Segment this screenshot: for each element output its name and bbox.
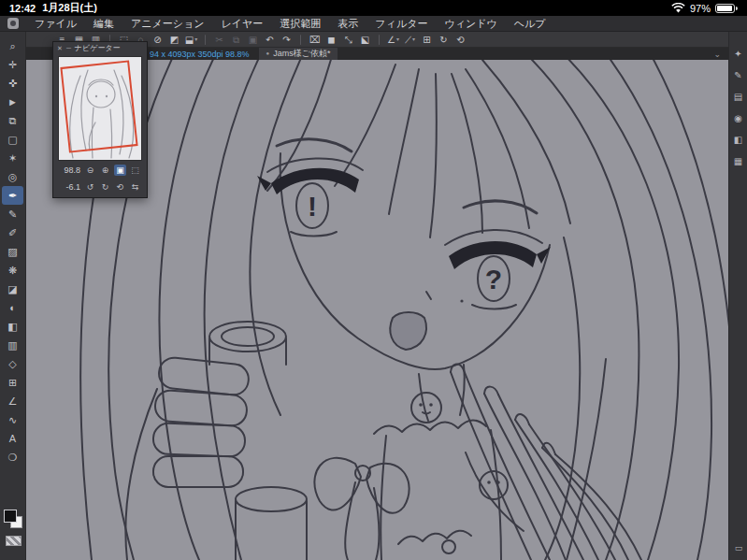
hand-tool[interactable]: ✜ (2, 74, 23, 93)
redo-icon[interactable]: ↷ (279, 33, 294, 47)
paste-icon[interactable]: ▣ (245, 33, 261, 47)
clip-studio-logo[interactable] (7, 18, 19, 29)
menu-file[interactable]: ファイル (26, 17, 85, 31)
edge-keyboard-icon[interactable]: ▭ (729, 543, 747, 553)
clock: 12:42 (9, 3, 36, 14)
decoration-tool[interactable]: ❋ (2, 261, 23, 280)
tab-modified-dot: ● (266, 48, 270, 60)
deselect-icon[interactable]: ⊘ (150, 33, 165, 47)
gradient-tool[interactable]: ▥ (2, 336, 23, 354)
eyedropper-tool[interactable]: ◎ (2, 167, 23, 186)
copy-icon[interactable]: ⧉ (228, 33, 244, 47)
undo-icon[interactable]: ↶ (262, 33, 278, 47)
eraser-tool[interactable]: ◪ (2, 280, 23, 298)
brush-size-panel-icon[interactable]: ◉ (734, 113, 742, 123)
battery-nub (736, 7, 738, 10)
zoom-in-icon[interactable]: ⊕ (99, 165, 111, 176)
battery-icon (715, 4, 735, 13)
rotation-controls: ↺↻⟲⇆ (84, 181, 141, 193)
color-swatches (0, 508, 26, 553)
snap-grid-icon[interactable]: ⊞ (419, 33, 435, 47)
main-color-swatch[interactable] (4, 510, 17, 523)
wifi-icon (671, 3, 685, 13)
frame-border-tool[interactable]: ⊞ (2, 373, 23, 392)
airbrush-tool[interactable]: ▨ (2, 242, 23, 261)
zoom-value: 98.8 (58, 165, 80, 175)
layer-move-tool[interactable]: ⧉ (2, 111, 23, 130)
ipad-status-bar: 12:42 1月28日(土) 97% (0, 0, 747, 16)
actual-size-button[interactable]: ⬚ (129, 165, 141, 176)
text-tool[interactable]: A (2, 429, 23, 448)
correct-line-tool[interactable]: ∿ (2, 410, 23, 429)
selection-launcher-icon[interactable]: ⬓ (183, 33, 199, 47)
fill-color-icon[interactable]: ◼ (323, 33, 339, 47)
zoom-out-icon[interactable]: ⊖ (84, 165, 96, 176)
navigator-panel: ✕ ─ ナビゲーター (52, 41, 148, 198)
menu-selection[interactable]: 選択範囲 (271, 17, 329, 31)
menu-help[interactable]: ヘルプ (506, 17, 554, 31)
separator (205, 35, 206, 45)
reset-view-icon[interactable]: ⟲ (453, 33, 468, 47)
navigator-view-rectangle[interactable] (60, 60, 137, 152)
pencil-tool[interactable]: ✎ (2, 205, 23, 223)
menu-layer[interactable]: レイヤー (213, 17, 272, 31)
navigator-title: ナビゲーター (75, 43, 121, 53)
zoom-controls: ⊖⊕▣⬚ (84, 165, 141, 176)
color-panel-icon[interactable]: ◧ (734, 135, 742, 145)
minimize-icon[interactable]: ─ (66, 45, 71, 51)
left-eye-symbol: ! (308, 191, 317, 222)
brush-tool[interactable]: ✐ (2, 223, 23, 242)
blend-tool[interactable]: ◐ (2, 298, 23, 317)
navigator-rotation-row: -6.1 ↺↻⟲⇆ (53, 179, 147, 194)
reset-rotation-icon[interactable]: ⟲ (114, 181, 126, 193)
sub-tool-panel-icon[interactable]: ✎ (734, 70, 741, 80)
tool-bar: ⌕✛✜►⧉▢✶◎✒✎✐▨❋◪◐◧▥◇⊞∠∿A❍ (0, 32, 26, 560)
fit-to-screen-button[interactable]: ▣ (114, 165, 126, 176)
layer-panel-icon[interactable]: ▦ (734, 156, 742, 166)
rotate-left-icon[interactable]: ↺ (84, 181, 96, 193)
ruler-tool[interactable]: ∠ (2, 392, 23, 410)
selection-tool[interactable]: ▢ (2, 130, 23, 149)
menu-edit[interactable]: 編集 (85, 17, 122, 31)
navigator-thumbnail[interactable] (58, 56, 142, 161)
quick-access-panel-icon[interactable]: ✦ (734, 49, 741, 59)
free-transform-icon[interactable]: ⬕ (357, 33, 373, 47)
document-tab[interactable]: ● Jams様ご依頼* (259, 48, 338, 60)
clear-icon[interactable]: ⌧ (307, 33, 323, 47)
rotation-value: -6.1 (58, 182, 80, 192)
auto-select-tool[interactable]: ✶ (2, 149, 23, 167)
snap-special-ruler-icon[interactable]: ⟋ (402, 33, 418, 47)
scale-rotate-icon[interactable]: ⤡ (340, 33, 356, 47)
figure-tool[interactable]: ◇ (2, 354, 23, 373)
separator (379, 35, 380, 45)
cut-icon[interactable]: ✂ (211, 33, 227, 47)
tool-property-panel-icon[interactable]: ▤ (734, 92, 742, 102)
snap-ruler-icon[interactable]: ∠ (385, 33, 401, 47)
canvas-info[interactable]: 94 x 4093px 350dpi 98.8% (150, 50, 250, 59)
view-rotate-icon[interactable]: ↻ (436, 33, 452, 47)
menu-view[interactable]: 表示 (329, 17, 366, 31)
fill-tool[interactable]: ◧ (2, 317, 23, 336)
rotate-right-icon[interactable]: ↻ (99, 181, 111, 193)
zoom-tool[interactable]: ⌕ (2, 36, 23, 55)
menu-items: ファイル編集アニメーションレイヤー選択範囲表示フィルターウィンドウヘルプ (26, 17, 553, 31)
invert-selection-icon[interactable]: ◩ (166, 33, 182, 47)
date: 1月28日(土) (42, 1, 97, 15)
battery-percent: 97% (690, 3, 711, 14)
object-tool[interactable]: ► (2, 93, 23, 111)
transparent-color-swatch[interactable] (6, 536, 22, 546)
collapse-tabbar-icon[interactable]: ⌄ (713, 50, 721, 59)
pen-tool[interactable]: ✒ (2, 186, 23, 205)
menu-window[interactable]: ウィンドウ (436, 17, 505, 31)
panel-sidebar: ✦✎▤◉◧▦ ▭ (728, 32, 747, 560)
menu-filter[interactable]: フィルター (366, 17, 436, 31)
menu-animation[interactable]: アニメーション (122, 17, 213, 31)
close-icon[interactable]: ✕ (57, 45, 63, 52)
document-tab-label: Jams様ご依頼* (273, 48, 330, 60)
navigator-header: ✕ ─ ナビゲーター (53, 42, 147, 54)
navigator-zoom-row: 98.8 ⊖⊕▣⬚ (53, 163, 147, 178)
right-eye-symbol: ? (485, 264, 502, 294)
flip-horizontal-icon[interactable]: ⇆ (129, 181, 141, 193)
balloon-tool[interactable]: ❍ (2, 448, 23, 467)
move-tool[interactable]: ✛ (2, 55, 23, 74)
